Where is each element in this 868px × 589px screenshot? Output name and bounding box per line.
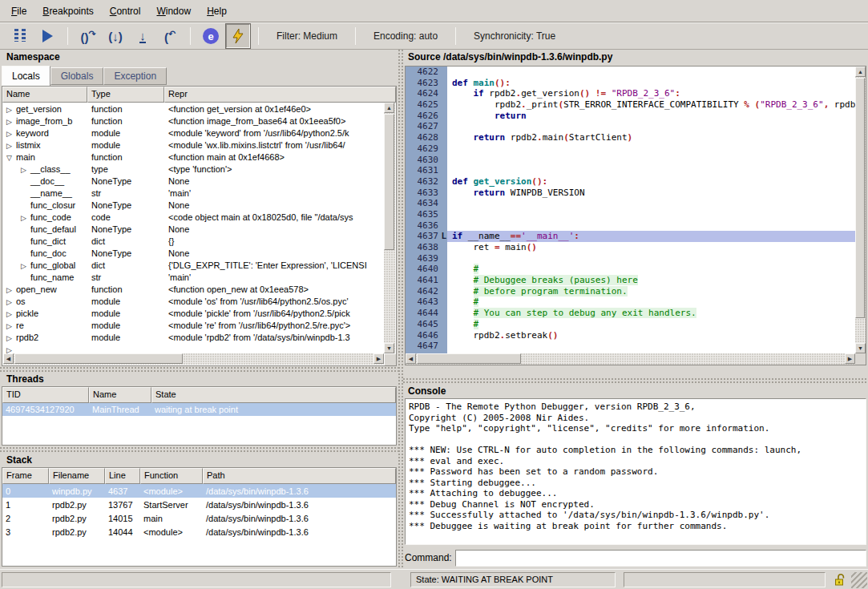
expand-arrow-icon[interactable]: ▷ (6, 118, 16, 126)
namespace-horizontal-scrollbar[interactable]: ◀ ▶ (3, 353, 384, 365)
source-line[interactable]: 4630 (406, 155, 866, 166)
resize-grip[interactable] (851, 572, 867, 588)
line-number[interactable]: 4627 (406, 121, 447, 132)
scrollbar-thumb[interactable] (855, 78, 865, 318)
collapse-arrow-icon[interactable]: ▽ (6, 154, 16, 162)
namespace-vertical-scrollbar[interactable]: ▲ ▼ (384, 103, 395, 353)
namespace-row[interactable]: ▷ (3, 343, 384, 353)
line-number[interactable]: 4647 (406, 341, 447, 352)
console-output[interactable]: RPDB - The Remote Python Debugger, versi… (405, 398, 866, 545)
command-input[interactable] (455, 550, 866, 567)
source-line[interactable]: 4625 rpdb2._print(STR_ERROR_INTERFACE_CO… (406, 99, 866, 111)
tab-locals[interactable]: Locals (2, 66, 50, 86)
thread-row[interactable]: 46974534127920MainThreadwaiting at break… (2, 403, 396, 416)
menu-item-window[interactable]: Window (148, 2, 199, 20)
expand-arrow-icon[interactable]: ▷ (6, 286, 16, 294)
namespace-row[interactable]: ▷func_codecode<code object main at 0x180… (3, 211, 384, 223)
scroll-down-arrow[interactable]: ▼ (855, 343, 866, 353)
goto-button[interactable]: (↶ (158, 24, 182, 48)
namespace-row[interactable]: ▷listmixmodule<module 'wx.lib.mixins.lis… (3, 139, 384, 151)
expand-arrow-icon[interactable]: ▷ (21, 166, 30, 174)
scroll-up-arrow[interactable]: ▲ (384, 103, 394, 113)
line-number[interactable]: 4639 (406, 253, 447, 264)
scrollbar-thumb[interactable] (384, 114, 394, 250)
line-number[interactable]: 4635 (406, 209, 447, 220)
source-line[interactable]: 4646 rpdb2.setbreak() (406, 330, 866, 341)
namespace-row[interactable]: func_dictdict{} (3, 235, 384, 247)
tab-exception[interactable]: Exception (103, 67, 167, 85)
line-number[interactable]: 4628 (406, 132, 447, 143)
line-number[interactable]: 4626 (406, 111, 447, 122)
line-number[interactable]: 4643 (406, 297, 447, 308)
expand-arrow-icon[interactable]: ▷ (6, 334, 16, 342)
column-header-frame[interactable]: Frame (2, 468, 49, 484)
namespace-row[interactable]: ▷picklemodule<module 'pickle' from '/usr… (3, 307, 384, 319)
source-line[interactable]: 4643 # (406, 297, 866, 308)
line-number[interactable]: 4640 (406, 264, 447, 275)
break-button[interactable] (8, 24, 32, 48)
source-horizontal-scrollbar[interactable]: ◀ ▶ (406, 353, 855, 365)
return-button[interactable]: ↓ (131, 24, 155, 48)
line-number[interactable]: 4638 (406, 242, 447, 253)
line-number[interactable]: 4631 (406, 165, 447, 176)
line-number[interactable]: 4632 (406, 176, 447, 188)
menu-item-control[interactable]: Control (102, 2, 149, 20)
line-number[interactable]: 4646 (406, 330, 447, 341)
line-number[interactable]: 4641 (406, 275, 447, 286)
expand-arrow-icon[interactable]: ▷ (6, 346, 16, 354)
line-number[interactable]: 4642 (406, 286, 447, 297)
column-header-state[interactable]: State (151, 387, 396, 403)
namespace-row[interactable]: ▷get_versionfunction<function get_versio… (3, 103, 384, 115)
source-line[interactable]: 4640 # (406, 264, 866, 275)
scrollbar-thumb[interactable] (14, 353, 183, 364)
menu-item-file[interactable]: File (3, 2, 34, 20)
line-number[interactable]: 4623 (406, 78, 447, 89)
expand-arrow-icon[interactable]: ▷ (21, 214, 30, 222)
source-line[interactable]: 4631 (406, 165, 866, 176)
column-header-type[interactable]: Type (87, 87, 164, 103)
stack-frame-row[interactable]: 0winpdb.py4637<module>/data/sys/bin/winp… (2, 484, 396, 498)
scroll-up-arrow[interactable]: ▲ (855, 67, 866, 77)
column-header-filename[interactable]: Filename (49, 468, 105, 484)
source-line[interactable]: 4647 (406, 341, 866, 352)
scroll-left-arrow[interactable]: ◀ (3, 353, 14, 364)
expand-arrow-icon[interactable]: ▷ (21, 262, 30, 270)
namespace-row[interactable]: func_closurNoneTypeNone (3, 199, 384, 211)
expand-arrow-icon[interactable]: ▷ (6, 142, 16, 150)
line-number[interactable]: 4644 (406, 308, 447, 319)
expand-arrow-icon[interactable]: ▷ (6, 310, 16, 318)
horizontal-splitter[interactable] (403, 378, 868, 385)
line-number[interactable]: 4636 (406, 220, 447, 232)
go-button[interactable] (35, 24, 59, 48)
source-line[interactable]: 4623def main(): (406, 78, 866, 89)
namespace-row[interactable]: __doc__NoneTypeNone (3, 175, 384, 187)
source-line[interactable]: 4638 ret = main() (406, 242, 866, 253)
step-into-button[interactable]: (↓) (103, 24, 127, 48)
scroll-right-arrow[interactable]: ▶ (845, 353, 855, 364)
source-editor[interactable]: 46224623def main():4624 if rpdb2.get_ver… (405, 66, 866, 365)
menu-item-help[interactable]: Help (199, 2, 235, 20)
line-number[interactable]: 4629 (406, 143, 447, 155)
synchronicity-button[interactable] (226, 24, 250, 48)
namespace-row[interactable]: ▷image_from_bfunction<function image_fro… (3, 115, 384, 127)
column-header-name[interactable]: Name (2, 87, 87, 103)
horizontal-splitter[interactable] (0, 447, 398, 454)
stack-frame-row[interactable]: 1rpdb2.py13767StartServer/data/sys/bin/w… (2, 498, 396, 511)
line-number[interactable]: 4622 (406, 67, 447, 78)
source-line[interactable]: 4636 (406, 220, 866, 232)
expand-arrow-icon[interactable]: ▷ (6, 298, 16, 306)
stack-frame-row[interactable]: 2rpdb2.py14015main/data/sys/bin/winpdb-1… (2, 511, 396, 525)
expand-arrow-icon[interactable]: ▷ (6, 322, 16, 330)
namespace-row[interactable]: __name__str'main' (3, 187, 384, 199)
source-vertical-scrollbar[interactable]: ▲ ▼ (855, 67, 866, 353)
column-header-function[interactable]: Function (140, 468, 203, 484)
source-line[interactable]: 4622 (406, 67, 866, 78)
namespace-row[interactable]: ▷rpdb2module<module 'rpdb2' from '/data/… (3, 331, 384, 343)
stack-frame-row[interactable]: 3rpdb2.py14044<module>/data/sys/bin/winp… (2, 525, 396, 539)
source-line[interactable]: 4629 (406, 143, 866, 155)
horizontal-splitter[interactable] (0, 367, 398, 373)
scroll-right-arrow[interactable]: ▶ (373, 353, 384, 364)
namespace-row[interactable]: func_defaulNoneTypeNone (3, 223, 384, 235)
line-number[interactable]: 4645 (406, 319, 447, 330)
source-line[interactable]: 4624 if rpdb2.get_version() != "RPDB_2_3… (406, 88, 866, 99)
